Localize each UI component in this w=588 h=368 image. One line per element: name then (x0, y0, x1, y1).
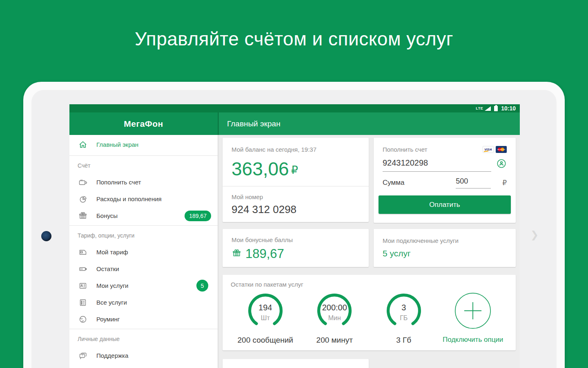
gauge-data: 3 ГБ 3 Гб (369, 291, 439, 345)
network-type-label: LTE (476, 106, 483, 110)
sidebar-item-bonuses[interactable]: Бонусы 189,67 (69, 207, 218, 224)
sidebar-item-label: Мой тариф (96, 249, 128, 256)
all-services-icon (78, 297, 88, 308)
topup-phone-input[interactable]: 9243120298 (383, 158, 491, 172)
tablet-mockup: ❯ LTE 10:10 МегаФон Главный экран (23, 82, 565, 368)
topup-label: Пополнить счет (383, 146, 427, 153)
packages-label: Остатки по пакетам услуг (231, 281, 508, 288)
since-march-label: С начала марта (232, 366, 360, 368)
sidebar-item-topup[interactable]: Пополнить счет (69, 174, 218, 191)
main-content: Мой баланс на сегодня, 19:37 363,06₽ Мой… (218, 135, 520, 368)
bonus-label: Мои бонусные баллы (232, 236, 360, 243)
gauge-value: 3 (384, 303, 423, 312)
balance-label: Мой баланс на сегодня, 19:37 (232, 146, 360, 153)
gauge-value: 200:00 (315, 303, 354, 312)
pay-button[interactable]: Оплатить (379, 195, 511, 214)
divider (69, 155, 218, 156)
divider (69, 225, 218, 226)
tablet-camera (41, 231, 51, 241)
gauge-caption: 3 Гб (396, 336, 411, 345)
app-header: МегаФон Главный экран (69, 112, 520, 135)
sidebar-item-label: Остатки (96, 265, 119, 272)
my-number-value: 924 312 0298 (232, 203, 360, 216)
sidebar-item-roaming[interactable]: Роуминг (69, 311, 218, 328)
amount-label: Сумма (383, 179, 404, 187)
mastercard-icon: MasterCard (496, 146, 507, 153)
screen-title: Главный экран (218, 112, 520, 135)
sidebar-item-label: Бонусы (96, 212, 118, 219)
sidebar-section-account: Счёт (69, 157, 218, 174)
status-bar: LTE 10:10 (69, 104, 520, 112)
plus-circle-icon[interactable] (453, 291, 492, 330)
sim-card-icon (78, 247, 88, 258)
sidebar-item-support[interactable]: ? Поддержка (69, 347, 218, 364)
ruble-sign: ₽ (502, 179, 507, 187)
gauge-messages: 194 Шт 200 сообщений (231, 291, 300, 345)
support-chat-icon: ? (78, 350, 88, 361)
sidebar-item-my-tariff[interactable]: Мой тариф (69, 244, 218, 260)
sidebar-item-label: Все услуги (96, 299, 127, 306)
my-services-badge: 5 (196, 280, 208, 292)
gauge-caption: 200 минут (316, 336, 353, 345)
sidebar-item-my-services[interactable]: Мои услуги 5 (69, 277, 218, 294)
gauge-unit: Мин (315, 314, 354, 322)
sidebar-item-expenses[interactable]: Расходы и пополнения (69, 191, 218, 207)
battery-icon (494, 106, 498, 111)
visa-icon: VISA (483, 146, 494, 153)
since-march-card: С начала марта (223, 359, 369, 368)
sidebar: Главный экран Счёт Пополнить счет (69, 135, 218, 368)
sidebar-item-label: Расходы и пополнения (96, 195, 162, 202)
sidebar-item-label: Пополнить счет (96, 179, 141, 186)
sidebar-section-tariff: Тариф, опции, услуги (69, 227, 218, 244)
my-number-label: Мой номер (232, 193, 360, 200)
contacts-icon[interactable] (496, 158, 507, 171)
app-screen: LTE 10:10 МегаФон Главный экран Главный … (69, 104, 520, 368)
sidebar-item-remainders[interactable]: Остатки (69, 260, 218, 277)
scroll-right-chevron[interactable]: ❯ (530, 229, 539, 240)
sidebar-item-label: Мои услуги (96, 282, 129, 289)
gauge-minutes: 200:00 Мин 200 минут (300, 291, 370, 345)
add-option[interactable]: Подключить опции (439, 291, 508, 345)
sidebar-section-personal: Личные данные (69, 330, 218, 347)
sidebar-item-label: Главный экран (96, 141, 138, 148)
sidebar-item-label: Поддержка (96, 352, 128, 359)
bonus-card[interactable]: Мои бонусные баллы 189,67 (223, 229, 369, 267)
svg-text:?: ? (82, 354, 83, 357)
gauge-caption: 200 сообщений (238, 336, 293, 345)
my-services-icon (78, 280, 88, 291)
page-title: Управляйте счётом и списком услуг (0, 28, 588, 50)
topup-card: Пополнить счет VISA MasterCard 924312029… (374, 138, 516, 223)
bonus-badge: 189,67 (185, 211, 211, 221)
balance-card: Мой баланс на сегодня, 19:37 363,06₽ Мой… (223, 138, 369, 222)
globe-icon (78, 314, 88, 325)
bonus-value: 189,67 (245, 247, 284, 261)
gauge-unit: ГБ (384, 314, 423, 322)
pie-chart-icon (78, 194, 88, 204)
balance-amount: 363,06₽ (232, 158, 360, 180)
add-option-label[interactable]: Подключить опции (443, 336, 503, 344)
amount-input[interactable]: 500 (456, 177, 491, 188)
sidebar-item-label: Роуминг (96, 316, 120, 323)
gift-icon (78, 211, 88, 221)
signal-icon (485, 106, 491, 111)
connected-services-card[interactable]: Мои подключенные услуги 5 услуг (374, 229, 516, 267)
divider (69, 329, 218, 329)
gauge-value: 194 (246, 303, 285, 312)
clock-label: 10:10 (501, 105, 516, 112)
connected-services-value: 5 услуг (383, 249, 507, 258)
gauge-unit: Шт (246, 314, 285, 322)
ruble-sign: ₽ (291, 164, 298, 176)
sidebar-item-all-services[interactable]: Все услуги (69, 294, 218, 311)
home-icon (78, 139, 88, 150)
brand-logo: МегаФон (69, 112, 218, 135)
packages-card: Остатки по пакетам услуг 194 Шт 200 сооб… (223, 275, 516, 350)
sidebar-item-home[interactable]: Главный экран (69, 135, 218, 154)
wallet-icon (78, 177, 88, 188)
gift-icon (232, 248, 242, 260)
battery-icon (78, 264, 88, 274)
connected-services-label: Мои подключенные услуги (383, 237, 507, 244)
